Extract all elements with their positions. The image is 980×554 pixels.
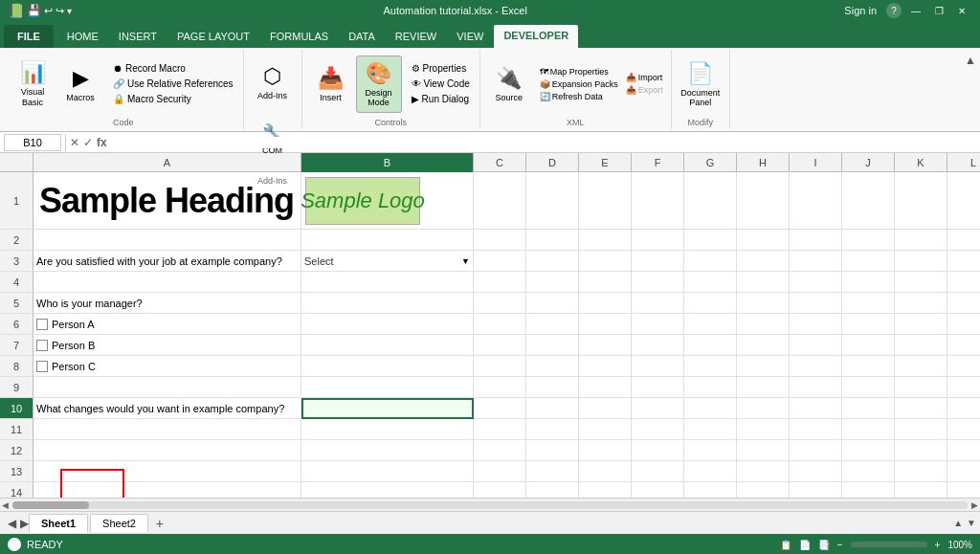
tab-formulas[interactable]: FORMULAS: [260, 25, 338, 48]
cell-f10[interactable]: [632, 398, 684, 419]
cell-j6[interactable]: [842, 314, 895, 335]
cell-k6[interactable]: [895, 314, 947, 335]
cell-d9[interactable]: [526, 377, 579, 398]
cell-g6[interactable]: [684, 314, 737, 335]
cell-i4[interactable]: [790, 272, 842, 293]
formula-input[interactable]: [107, 137, 976, 148]
cell-a13[interactable]: [33, 461, 301, 482]
col-header-d[interactable]: D: [526, 153, 579, 172]
cell-g11[interactable]: [684, 419, 737, 440]
col-header-g[interactable]: G: [684, 153, 737, 172]
cell-j10[interactable]: [842, 398, 895, 419]
cell-e12[interactable]: [579, 440, 632, 461]
col-header-j[interactable]: J: [842, 153, 895, 172]
save-icon[interactable]: 💾: [27, 4, 41, 17]
cell-b6[interactable]: [301, 314, 474, 335]
cell-h7[interactable]: [737, 335, 790, 356]
cell-f5[interactable]: [632, 293, 684, 314]
tab-file[interactable]: FILE: [4, 25, 54, 48]
cell-j4[interactable]: [842, 272, 895, 293]
cell-d1[interactable]: [526, 172, 579, 230]
cell-c12[interactable]: [474, 440, 526, 461]
insert-btn[interactable]: 📥 Insert: [308, 55, 354, 113]
cell-h12[interactable]: [737, 440, 790, 461]
cell-a10[interactable]: What changes would you want in example c…: [33, 398, 301, 419]
row-num-3[interactable]: 3: [0, 251, 33, 272]
source-btn[interactable]: 🔌 Source: [486, 55, 532, 113]
row-num-4[interactable]: 4: [0, 272, 33, 293]
cell-h9[interactable]: [737, 377, 790, 398]
cell-i9[interactable]: [790, 377, 842, 398]
cell-l11[interactable]: [947, 419, 980, 440]
cell-f3[interactable]: [632, 251, 684, 272]
tab-home[interactable]: HOME: [57, 25, 108, 48]
sheet-tab-sheet1[interactable]: Sheet1: [29, 514, 88, 533]
cell-e5[interactable]: [579, 293, 632, 314]
col-header-h[interactable]: H: [737, 153, 790, 172]
cell-d13[interactable]: [526, 461, 579, 482]
cell-b10-input[interactable]: [303, 400, 472, 417]
cell-h14[interactable]: [737, 482, 790, 498]
cell-i8[interactable]: [790, 356, 842, 377]
help-btn[interactable]: ?: [886, 3, 902, 18]
cell-k4[interactable]: [895, 272, 947, 293]
checkbox-c-box[interactable]: [36, 361, 48, 372]
cell-e6[interactable]: [579, 314, 632, 335]
cell-c7[interactable]: [474, 335, 526, 356]
cell-c3[interactable]: [474, 251, 526, 272]
col-header-a[interactable]: A: [33, 153, 301, 172]
cell-f13[interactable]: [632, 461, 684, 482]
cell-g2[interactable]: [684, 230, 737, 251]
cell-l7[interactable]: [947, 335, 980, 356]
cell-c1[interactable]: [474, 172, 526, 230]
cell-f8[interactable]: [632, 356, 684, 377]
cell-j7[interactable]: [842, 335, 895, 356]
cell-i6[interactable]: [790, 314, 842, 335]
cell-a14[interactable]: [33, 482, 301, 498]
cell-k10[interactable]: [895, 398, 947, 419]
cell-c14[interactable]: [474, 482, 526, 498]
cell-a8[interactable]: Person C: [33, 356, 301, 377]
cell-e9[interactable]: [579, 377, 632, 398]
cell-d4[interactable]: [526, 272, 579, 293]
cell-h3[interactable]: [737, 251, 790, 272]
cell-d8[interactable]: [526, 356, 579, 377]
scroll-right-icon[interactable]: ▶: [971, 500, 978, 510]
vertical-scroll-up-btn[interactable]: ▲: [953, 518, 963, 528]
cell-c9[interactable]: [474, 377, 526, 398]
cell-k8[interactable]: [895, 356, 947, 377]
cell-g12[interactable]: [684, 440, 737, 461]
cell-a3[interactable]: Are you satisfied with your job at examp…: [33, 251, 301, 272]
cell-j3[interactable]: [842, 251, 895, 272]
cell-c8[interactable]: [474, 356, 526, 377]
cell-g3[interactable]: [684, 251, 737, 272]
cell-l2[interactable]: [947, 230, 980, 251]
cell-e11[interactable]: [579, 419, 632, 440]
row-num-7[interactable]: 7: [0, 335, 33, 356]
tab-view[interactable]: VIEW: [447, 25, 493, 48]
row-num-12[interactable]: 12: [0, 440, 33, 461]
cell-e1[interactable]: [579, 172, 632, 230]
horizontal-scrollbar[interactable]: ◀ ▶: [0, 498, 980, 511]
add-ins-btn[interactable]: ⬡ Add-Ins: [250, 54, 296, 111]
cell-g1[interactable]: [684, 172, 737, 230]
cell-e13[interactable]: [579, 461, 632, 482]
insert-function-icon[interactable]: fx: [97, 136, 107, 149]
cell-b3[interactable]: Select ▼: [301, 251, 474, 272]
cell-i1[interactable]: [790, 172, 842, 230]
cell-d11[interactable]: [526, 419, 579, 440]
row-num-6[interactable]: 6: [0, 314, 33, 335]
cell-f11[interactable]: [632, 419, 684, 440]
scroll-track[interactable]: [12, 501, 968, 509]
minimize-btn[interactable]: —: [905, 0, 926, 21]
cell-k1[interactable]: [895, 172, 947, 230]
cell-f4[interactable]: [632, 272, 684, 293]
cell-c13[interactable]: [474, 461, 526, 482]
dropdown-arrow-icon[interactable]: ▼: [461, 256, 470, 266]
zoom-out-btn[interactable]: −: [837, 540, 843, 550]
cell-h5[interactable]: [737, 293, 790, 314]
cell-b2[interactable]: [301, 230, 474, 251]
cell-i2[interactable]: [790, 230, 842, 251]
cell-f1[interactable]: [632, 172, 684, 230]
cell-f12[interactable]: [632, 440, 684, 461]
